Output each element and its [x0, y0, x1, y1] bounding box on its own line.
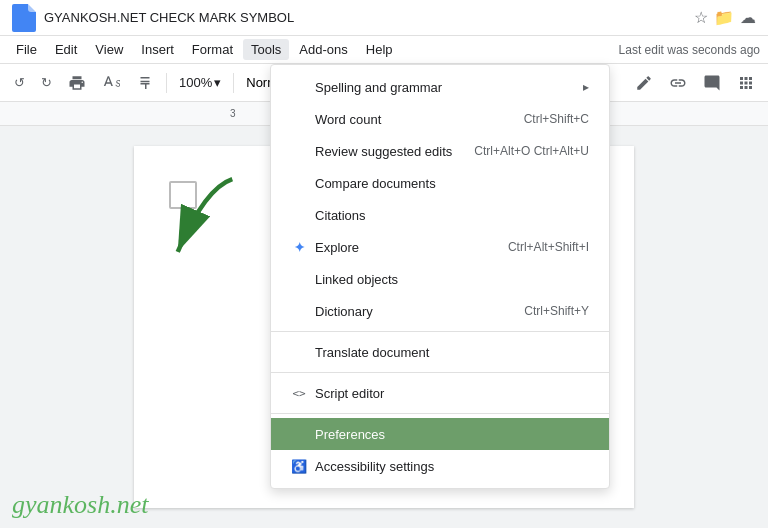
review-edits-shortcut: Ctrl+Alt+O Ctrl+Alt+U [474, 144, 589, 158]
menu-format[interactable]: Format [184, 39, 241, 60]
review-edits-option[interactable]: Review suggested edits Ctrl+Alt+O Ctrl+A… [271, 135, 609, 167]
paint-format-button[interactable] [130, 70, 160, 96]
edit-mode-button[interactable] [630, 69, 658, 97]
preferences-label: Preferences [315, 427, 385, 442]
menu-view[interactable]: View [87, 39, 131, 60]
compare-docs-label: Compare documents [315, 176, 436, 191]
preferences-option[interactable]: Preferences [271, 418, 609, 450]
divider-2 [271, 372, 609, 373]
word-count-label: Word count [315, 112, 381, 127]
explore-label: Explore [315, 240, 359, 255]
green-arrow-icon [145, 170, 265, 270]
cloud-save-icon: ☁ [740, 8, 756, 27]
star-icon[interactable]: ☆ [694, 8, 708, 27]
divider-1 [271, 331, 609, 332]
last-edit-text: Last edit was seconds ago [619, 43, 760, 57]
submenu-arrow-icon: ▸ [583, 80, 589, 94]
menu-addons[interactable]: Add-ons [291, 39, 355, 60]
script-editor-option[interactable]: <> Script editor [271, 377, 609, 409]
share-link-button[interactable] [664, 69, 692, 97]
toolbar-separator-1 [166, 73, 167, 93]
grid-view-button[interactable] [732, 69, 760, 97]
compare-docs-option[interactable]: Compare documents [271, 167, 609, 199]
dictionary-option[interactable]: Dictionary Ctrl+Shift+Y [271, 295, 609, 327]
zoom-value: 100% [179, 75, 212, 90]
menu-bar: File Edit View Insert Format Tools Add-o… [0, 36, 768, 64]
menu-edit[interactable]: Edit [47, 39, 85, 60]
script-editor-icon: <> [291, 387, 307, 400]
spelling-grammar-option[interactable]: Spelling and grammar ▸ [271, 71, 609, 103]
translate-option[interactable]: Translate document [271, 336, 609, 368]
linked-objects-label: Linked objects [315, 272, 398, 287]
spelling-grammar-label: Spelling and grammar [315, 80, 442, 95]
spellcheck-button[interactable] [96, 70, 126, 96]
menu-help[interactable]: Help [358, 39, 401, 60]
divider-3 [271, 413, 609, 414]
explore-icon: ✦ [291, 240, 307, 255]
top-bar-icons: ☆ 📁 ☁ [694, 8, 756, 27]
arrow-overlay [145, 170, 265, 274]
accessibility-option[interactable]: ♿ Accessibility settings [271, 450, 609, 482]
accessibility-icon: ♿ [291, 459, 307, 474]
print-button[interactable] [62, 70, 92, 96]
word-count-option[interactable]: Word count Ctrl+Shift+C [271, 103, 609, 135]
linked-objects-option[interactable]: Linked objects [271, 263, 609, 295]
citations-option[interactable]: Citations [271, 199, 609, 231]
toolbar-separator-2 [233, 73, 234, 93]
dictionary-label: Dictionary [315, 304, 373, 319]
menu-file[interactable]: File [8, 39, 45, 60]
doc-title: GYANKOSH.NET CHECK MARK SYMBOL [44, 10, 686, 25]
zoom-arrow-icon: ▾ [214, 75, 221, 90]
doc-icon [12, 4, 36, 32]
watermark-text: gyankosh.net [12, 490, 148, 520]
script-editor-label: Script editor [315, 386, 384, 401]
comments-button[interactable] [698, 69, 726, 97]
redo-button[interactable]: ↻ [35, 71, 58, 94]
word-count-shortcut: Ctrl+Shift+C [524, 112, 589, 126]
menu-insert[interactable]: Insert [133, 39, 182, 60]
accessibility-label: Accessibility settings [315, 459, 434, 474]
review-edits-label: Review suggested edits [315, 144, 452, 159]
explore-option[interactable]: ✦ Explore Ctrl+Alt+Shift+I [271, 231, 609, 263]
translate-label: Translate document [315, 345, 429, 360]
ruler-mark-3: 3 [230, 108, 236, 119]
menu-tools[interactable]: Tools [243, 39, 289, 60]
top-bar: GYANKOSH.NET CHECK MARK SYMBOL ☆ 📁 ☁ [0, 0, 768, 36]
folder-icon[interactable]: 📁 [714, 8, 734, 27]
dictionary-shortcut: Ctrl+Shift+Y [524, 304, 589, 318]
undo-button[interactable]: ↺ [8, 71, 31, 94]
citations-label: Citations [315, 208, 366, 223]
explore-shortcut: Ctrl+Alt+Shift+I [508, 240, 589, 254]
tools-dropdown-menu: Spelling and grammar ▸ Word count Ctrl+S… [270, 64, 610, 489]
zoom-control[interactable]: 100% ▾ [173, 73, 227, 92]
